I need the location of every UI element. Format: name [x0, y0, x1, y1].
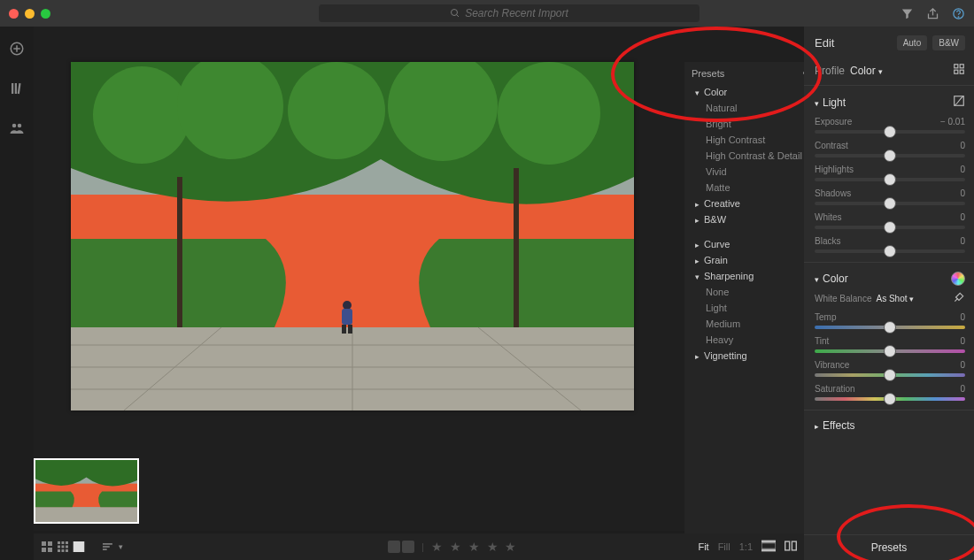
fill-button[interactable]: Fill	[718, 541, 730, 552]
sort-button[interactable]: ▾	[103, 541, 123, 552]
people-icon[interactable]	[9, 120, 25, 139]
close-window-button[interactable]	[9, 9, 19, 19]
svg-rect-8	[15, 83, 17, 94]
blacks-slider[interactable]: Blacks0	[815, 236, 965, 253]
whites-slider[interactable]: Whites0	[815, 212, 965, 229]
grid-view-icon[interactable]	[41, 541, 53, 552]
svg-rect-61	[792, 541, 796, 550]
svg-rect-60	[785, 541, 790, 550]
svg-rect-7	[12, 83, 13, 94]
svg-rect-45	[62, 541, 65, 544]
contrast-slider[interactable]: Contrast0	[815, 141, 965, 157]
color-section: ▾Color White Balance As Shot ▾ Temp0 Tin…	[804, 262, 974, 410]
temp-slider[interactable]: Temp0	[815, 312, 965, 329]
svg-rect-38	[960, 70, 963, 73]
svg-rect-34	[35, 507, 137, 522]
svg-rect-47	[58, 546, 60, 548]
svg-point-25	[498, 62, 600, 165]
svg-point-28	[343, 301, 352, 310]
presets-button[interactable]: Presets	[804, 534, 974, 560]
chevron-down-icon: ▾	[878, 67, 883, 76]
svg-rect-46	[66, 541, 68, 544]
auto-button[interactable]: Auto	[897, 35, 928, 50]
filmstrip-icon[interactable]	[761, 540, 776, 554]
svg-rect-44	[58, 541, 60, 544]
svg-rect-49	[66, 546, 68, 548]
chevron-down-icon: ▾	[909, 295, 914, 303]
light-toggle[interactable]: ▾Light	[815, 96, 846, 109]
fit-button[interactable]: Fit	[698, 541, 708, 552]
light-section: ▾Light Exposure− 0.01 Contrast0 Highligh…	[804, 85, 974, 262]
my-photos-icon[interactable]	[9, 81, 25, 99]
svg-rect-40	[42, 541, 46, 546]
svg-point-10	[12, 124, 17, 128]
svg-rect-42	[42, 548, 46, 552]
search-icon	[450, 8, 460, 19]
svg-rect-51	[62, 549, 65, 552]
thumbnail-content	[35, 460, 137, 522]
shadows-slider[interactable]: Shadows0	[815, 188, 965, 205]
saturation-slider[interactable]: Saturation0	[815, 384, 965, 401]
flag-buttons[interactable]	[388, 541, 414, 553]
effects-toggle[interactable]: ▸Effects	[815, 419, 854, 432]
svg-rect-36	[960, 65, 963, 68]
main-photo[interactable]	[71, 62, 634, 410]
svg-rect-27	[514, 168, 519, 327]
oneone-button[interactable]: 1:1	[739, 541, 753, 552]
tone-curve-icon[interactable]	[953, 95, 965, 110]
thumbnail[interactable]	[34, 458, 139, 524]
vibrance-slider[interactable]: Vibrance0	[815, 360, 965, 377]
compare-icon[interactable]	[785, 540, 797, 554]
edit-title: Edit	[815, 36, 834, 50]
effects-section: ▸Effects	[804, 410, 974, 439]
square-grid-icon[interactable]	[57, 541, 69, 552]
exposure-slider[interactable]: Exposure− 0.01	[815, 117, 965, 134]
tint-slider[interactable]: Tint0	[815, 336, 965, 353]
help-icon[interactable]	[952, 7, 965, 20]
share-icon[interactable]	[926, 7, 939, 20]
svg-rect-57	[761, 541, 776, 542]
svg-rect-41	[48, 541, 52, 546]
svg-rect-31	[348, 325, 352, 334]
svg-rect-50	[58, 549, 60, 552]
search-placeholder: Search Recent Import	[465, 7, 568, 19]
svg-rect-35	[955, 65, 958, 68]
color-mixer-icon[interactable]	[951, 272, 965, 286]
fullscreen-window-button[interactable]	[41, 9, 50, 19]
svg-point-11	[18, 124, 22, 128]
profile-label: Profile	[815, 65, 845, 77]
svg-line-1	[457, 15, 460, 18]
profile-value[interactable]: Color ▾	[850, 65, 883, 77]
svg-rect-48	[62, 546, 65, 548]
title-bar: Search Recent Import	[0, 0, 974, 27]
svg-rect-52	[66, 549, 68, 552]
presets-title: Presets	[692, 68, 724, 79]
eyedropper-icon[interactable]	[953, 291, 965, 305]
divider: |	[421, 541, 424, 552]
wb-label: White Balance	[815, 294, 871, 303]
topbar-right	[901, 7, 965, 20]
svg-rect-59	[761, 543, 776, 548]
edit-panel: Edit Auto B&W ProfileColor ▾ ▾Light Expo…	[804, 27, 974, 560]
add-photo-icon[interactable]	[9, 41, 25, 59]
search-input[interactable]: Search Recent Import	[319, 4, 700, 22]
svg-rect-37	[955, 70, 958, 73]
svg-rect-58	[761, 549, 776, 551]
star-rating[interactable]: ★ ★ ★ ★ ★	[431, 540, 519, 554]
photo-canvas-area: Presets ••• ✕ ▾Color Natural Bright High…	[34, 27, 804, 531]
single-view-icon[interactable]	[73, 541, 85, 552]
svg-point-21	[93, 66, 190, 164]
bw-button[interactable]: B&W	[932, 35, 965, 50]
filter-funnel-icon[interactable]	[901, 7, 914, 20]
wb-value[interactable]: As Shot ▾	[877, 294, 915, 303]
color-toggle[interactable]: ▾Color	[815, 272, 848, 285]
svg-rect-30	[342, 325, 346, 334]
highlights-slider[interactable]: Highlights0	[815, 165, 965, 181]
svg-rect-43	[48, 548, 52, 552]
view-mode-buttons	[41, 541, 85, 552]
svg-point-3	[958, 16, 959, 17]
profile-browser-icon[interactable]	[953, 63, 965, 78]
main-photo-content	[71, 62, 634, 410]
minimize-window-button[interactable]	[25, 9, 35, 19]
svg-point-0	[452, 10, 458, 16]
